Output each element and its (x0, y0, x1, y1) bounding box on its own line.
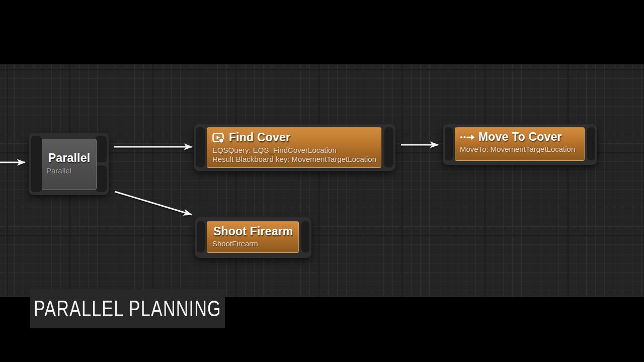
node-subtitle: Parallel (42, 166, 96, 175)
node-detail: MoveTo: MovementTargetLocation (460, 145, 584, 154)
node-title: Find Cover (229, 131, 290, 144)
parallel-output-pin-bottom[interactable] (96, 165, 107, 192)
move-to-cover-input-pin[interactable] (445, 127, 453, 160)
find-cover-output-pin[interactable] (384, 127, 393, 167)
node-move-to-cover[interactable]: Move To Cover MoveTo: MovementTargetLoca… (443, 124, 597, 165)
move-to-icon (460, 134, 475, 141)
parallel-input-pin[interactable] (31, 136, 42, 192)
node-detail: ShootFirearm (212, 239, 298, 248)
behavior-tree-editor: Parallel Parallel Find Cover EQSQuery: E… (0, 0, 644, 362)
node-detail: EQSQuery: EQS_FindCoverLocation (212, 146, 381, 155)
parallel-node-body: Parallel Parallel (42, 139, 97, 190)
node-title: Parallel (42, 151, 96, 165)
node-title: Shoot Firearm (213, 225, 298, 238)
eqs-query-icon (212, 133, 224, 143)
move-to-cover-node-body: Move To Cover MoveTo: MovementTargetLoca… (455, 127, 585, 161)
shoot-firearm-input-pin[interactable] (197, 221, 205, 252)
caption-text: PARALLEL PLANNING (34, 296, 221, 322)
move-to-cover-output-pin[interactable] (587, 127, 595, 160)
node-parallel[interactable]: Parallel Parallel (29, 133, 109, 195)
shoot-firearm-node-body: Shoot Firearm ShootFirearm (207, 221, 299, 253)
parallel-output-pin-top[interactable] (96, 136, 107, 162)
node-find-cover[interactable]: Find Cover EQSQuery: EQS_FindCoverLocati… (194, 124, 395, 171)
node-shoot-firearm[interactable]: Shoot Firearm ShootFirearm (195, 217, 311, 258)
node-title: Move To Cover (478, 130, 562, 144)
find-cover-input-pin[interactable] (196, 127, 205, 167)
shoot-firearm-output-pin[interactable] (301, 221, 309, 252)
caption-overlay: PARALLEL PLANNING (30, 289, 225, 328)
find-cover-node-body: Find Cover EQSQuery: EQS_FindCoverLocati… (207, 127, 381, 168)
node-detail: Result Blackboard key: MovementTargetLoc… (212, 155, 381, 164)
